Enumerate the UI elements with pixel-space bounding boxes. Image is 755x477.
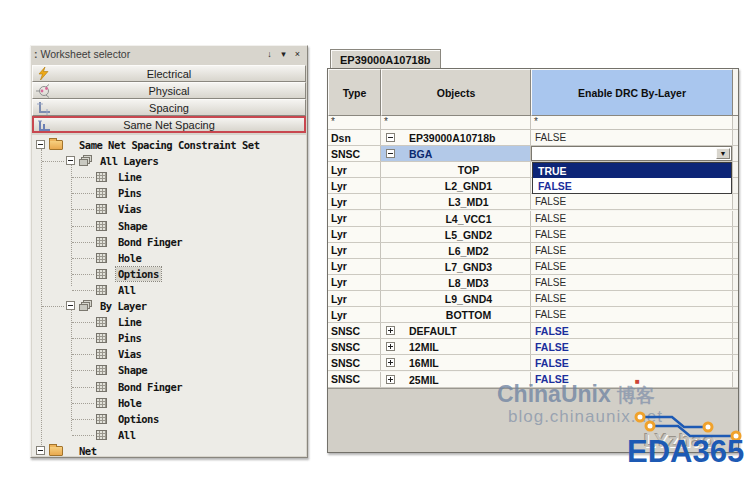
object-name: L3_MD1: [409, 196, 528, 208]
worksheet-category-electrical[interactable]: Electrical: [32, 65, 306, 82]
grid-icon: [96, 221, 107, 231]
value-cell[interactable]: FALSE: [531, 211, 733, 226]
column-header-objects: Objects: [381, 69, 531, 116]
value-cell[interactable]: FALSE: [531, 194, 733, 209]
tree-item-shape[interactable]: Shape: [32, 362, 306, 378]
value-cell[interactable]: FALSE: [531, 307, 733, 322]
close-icon[interactable]: ×: [291, 48, 304, 60]
object-name: L2_GND1: [409, 180, 528, 192]
type-cell: Lyr: [328, 211, 381, 226]
tree-item-label: Options: [116, 412, 161, 426]
row-gutter: [733, 146, 738, 161]
collapse-icon[interactable]: ▾: [277, 48, 290, 60]
filter-cell-enable-drc[interactable]: *: [531, 116, 733, 129]
type-cell: Lyr: [328, 307, 381, 322]
objects-cell[interactable]: 16MIL: [381, 355, 531, 370]
tree-item-hole[interactable]: Hole: [32, 250, 306, 266]
value-cell[interactable]: FALSE: [531, 275, 733, 290]
objects-cell[interactable]: EP39000A10718b: [381, 130, 531, 145]
tree-item-all[interactable]: All: [32, 282, 306, 298]
tree-item-pins[interactable]: Pins: [32, 330, 306, 346]
tree-item-vias[interactable]: Vias: [32, 201, 306, 217]
objects-cell[interactable]: L7_GND3: [381, 259, 531, 274]
tree-item-hole[interactable]: Hole: [32, 395, 306, 411]
expand-toggle[interactable]: [386, 375, 395, 384]
constraint-tree: Same Net Spacing Constraint SetAll Layer…: [32, 135, 306, 456]
expand-toggle[interactable]: [386, 358, 395, 367]
tree-item-bond-finger[interactable]: Bond Finger: [32, 379, 306, 395]
value-text: FALSE: [535, 245, 566, 256]
expand-toggle[interactable]: [386, 326, 395, 335]
value-cell[interactable]: FALSE: [531, 291, 733, 306]
objects-cell[interactable]: TOP: [381, 162, 531, 177]
table-row: LyrL4_VCC1FALSE: [328, 211, 738, 227]
objects-cell[interactable]: BGA: [381, 146, 531, 161]
objects-cell[interactable]: L4_VCC1: [381, 211, 531, 226]
filter-cell-type[interactable]: *: [328, 116, 381, 129]
objects-cell[interactable]: L2_GND1: [381, 178, 531, 193]
value-cell[interactable]: FALSE: [531, 259, 733, 274]
expand-toggle[interactable]: [66, 156, 75, 165]
tree-item-shape[interactable]: Shape: [32, 218, 306, 234]
tree-item-label: Pins: [116, 331, 143, 345]
objects-cell[interactable]: L6_MD2: [381, 243, 531, 258]
expand-toggle[interactable]: [36, 446, 45, 455]
objects-cell[interactable]: L5_GND2: [381, 227, 531, 242]
objects-cell[interactable]: BOTTOM: [381, 307, 531, 322]
pin-icon[interactable]: ↓: [263, 48, 276, 60]
value-cell[interactable]: FALSE: [531, 355, 733, 370]
objects-cell[interactable]: DEFAULT: [381, 323, 531, 338]
tree-item-pins[interactable]: Pins: [32, 185, 306, 201]
worksheet-category-spacing[interactable]: Spacing: [32, 99, 306, 116]
tree-item-label: Vias: [116, 347, 143, 361]
value-cell[interactable]: FALSE: [531, 227, 733, 242]
value-cell[interactable]: FALSE: [531, 323, 733, 338]
tree-item-line[interactable]: Line: [32, 169, 306, 185]
objects-cell[interactable]: L3_MD1: [381, 194, 531, 209]
grid-icon: [96, 333, 107, 343]
enable-drc-dropdown-list[interactable]: TRUEFALSE: [532, 162, 732, 194]
dropdown-option-false[interactable]: FALSE: [533, 178, 731, 193]
object-name: L4_VCC1: [409, 213, 528, 225]
value-cell[interactable]: FALSE: [531, 339, 733, 354]
value-text: FALSE: [535, 357, 569, 369]
tree-item-net[interactable]: Net: [32, 443, 306, 456]
filter-cell-objects[interactable]: *: [381, 116, 531, 129]
tree-item-vias[interactable]: Vias: [32, 346, 306, 362]
expand-toggle[interactable]: [386, 133, 395, 142]
value-text: FALSE: [535, 213, 566, 224]
objects-cell[interactable]: L8_MD3: [381, 275, 531, 290]
expand-toggle[interactable]: [36, 140, 45, 149]
worksheet-selector-titlebar[interactable]: : Worksheet selector ↓▾×: [31, 46, 307, 62]
tree-item-label: By Layer: [98, 299, 149, 313]
objects-cell[interactable]: 12MIL: [381, 339, 531, 354]
grid-icon: [96, 430, 107, 440]
value-cell[interactable]: FALSE: [531, 243, 733, 258]
expand-toggle[interactable]: [386, 342, 395, 351]
worksheet-category-physical[interactable]: Physical: [32, 82, 306, 99]
tree-item-label: Line: [116, 315, 143, 329]
dropdown-arrow-icon[interactable]: ▼: [716, 148, 730, 159]
grid-icon: [96, 349, 107, 359]
tree-item-options[interactable]: Options: [32, 411, 306, 427]
expand-toggle[interactable]: [66, 301, 75, 310]
tree-item-line[interactable]: Line: [32, 314, 306, 330]
enable-drc-combobox[interactable]: ▼: [531, 146, 732, 161]
worksheet-category-same-net-spacing[interactable]: Same Net Spacing: [32, 116, 306, 133]
object-name: L9_GND4: [409, 293, 528, 305]
category-label: Physical: [149, 85, 190, 97]
design-tab[interactable]: EP39000A10718b: [330, 49, 441, 69]
grid-icon: [96, 204, 107, 214]
value-cell[interactable]: FALSE: [531, 130, 733, 145]
tree-item-all[interactable]: All: [32, 427, 306, 443]
tree-item-options[interactable]: Options: [32, 266, 306, 282]
tree-item-all-layers[interactable]: All Layers: [32, 153, 306, 169]
tree-item-same-net-spacing-constraint-set[interactable]: Same Net Spacing Constraint Set: [32, 137, 306, 153]
objects-cell[interactable]: L9_GND4: [381, 291, 531, 306]
tree-item-by-layer[interactable]: By Layer: [32, 298, 306, 314]
expand-toggle[interactable]: [386, 149, 395, 158]
value-cell[interactable]: ▼: [531, 146, 733, 161]
row-gutter: [733, 227, 738, 242]
tree-item-bond-finger[interactable]: Bond Finger: [32, 234, 306, 250]
dropdown-option-true[interactable]: TRUE: [533, 163, 731, 178]
